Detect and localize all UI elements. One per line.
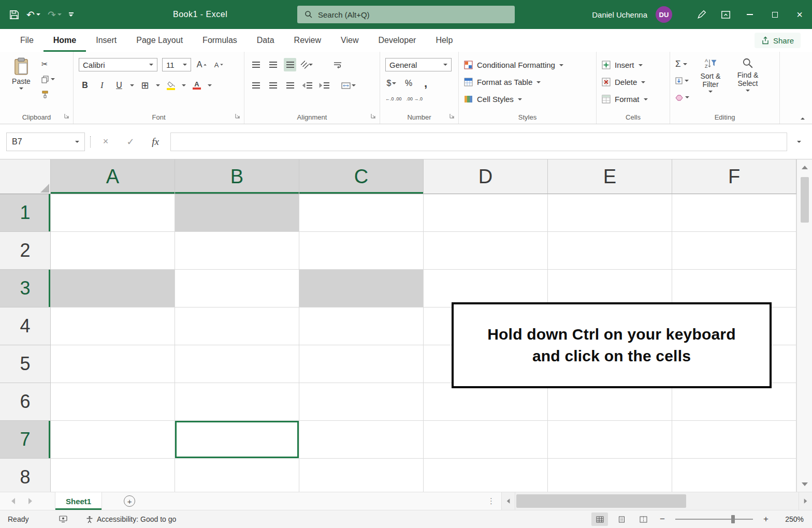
cell-F2[interactable] <box>672 232 796 270</box>
cell-B4[interactable] <box>175 307 299 345</box>
paste-button[interactable]: Paste <box>5 56 37 100</box>
normal-view-button[interactable] <box>591 512 608 526</box>
cell-A6[interactable] <box>51 383 175 421</box>
avatar[interactable]: DU <box>656 6 672 23</box>
underline-button[interactable]: U <box>113 79 125 92</box>
maximize-button[interactable] <box>762 0 787 29</box>
orientation-button[interactable] <box>301 58 313 71</box>
tab-data[interactable]: Data <box>247 29 284 52</box>
row-header-1[interactable]: 1 <box>0 194 51 232</box>
row-header-7[interactable]: 7 <box>0 421 51 459</box>
expand-formula-bar-button[interactable] <box>792 141 806 143</box>
tab-page-layout[interactable]: Page Layout <box>126 29 193 52</box>
previous-sheet-button[interactable] <box>11 498 15 504</box>
conditional-formatting-button[interactable]: Conditional Formatting <box>464 56 591 74</box>
decrease-font-size-button[interactable]: A <box>213 58 225 71</box>
zoom-level[interactable]: 250% <box>777 515 804 523</box>
format-painter-button[interactable] <box>41 88 55 100</box>
font-color-button[interactable]: A <box>191 79 203 92</box>
decrease-indent-button[interactable] <box>301 79 313 92</box>
merge-center-button[interactable] <box>341 79 356 92</box>
wrap-text-button[interactable] <box>331 58 344 71</box>
clear-button[interactable] <box>675 91 689 104</box>
cell-B3[interactable] <box>175 270 299 307</box>
tab-scrollbar-splitter[interactable]: ⋮ <box>482 496 501 506</box>
next-sheet-button[interactable] <box>28 498 32 504</box>
comma-style-button[interactable]: , <box>419 77 432 90</box>
zoom-slider[interactable] <box>675 519 753 520</box>
cell-C2[interactable] <box>299 232 424 270</box>
save-button[interactable] <box>9 10 19 20</box>
cell-D1[interactable] <box>424 194 548 232</box>
cell-B6[interactable] <box>175 383 299 421</box>
top-align-button[interactable] <box>250 58 262 71</box>
user-name[interactable]: Daniel Uchenna <box>592 10 647 19</box>
underline-dropdown-chevron[interactable] <box>130 84 134 86</box>
add-sheet-button[interactable]: + <box>124 495 135 507</box>
cell-styles-button[interactable]: Cell Styles <box>464 91 591 108</box>
page-layout-view-button[interactable] <box>613 512 630 526</box>
row-header-6[interactable]: 6 <box>0 383 51 421</box>
cell-C8[interactable] <box>299 459 424 492</box>
cell-E1[interactable] <box>548 194 672 232</box>
paste-dropdown-chevron[interactable] <box>19 87 23 90</box>
formula-input[interactable] <box>170 133 787 151</box>
close-button[interactable]: × <box>787 0 812 29</box>
column-header-A[interactable]: A <box>51 159 175 194</box>
cell-B7[interactable] <box>175 421 299 459</box>
cell-B5[interactable] <box>175 345 299 383</box>
fill-color-dropdown-chevron[interactable] <box>182 84 186 86</box>
cell-B2[interactable] <box>175 232 299 270</box>
cell-C1[interactable] <box>299 194 424 232</box>
cell-A5[interactable] <box>51 345 175 383</box>
ribbon-display-options-button[interactable] <box>714 0 737 29</box>
cell-F8[interactable] <box>672 459 796 492</box>
confirm-entry-button[interactable]: ✓ <box>121 133 140 151</box>
font-name-select[interactable]: Calibri <box>79 58 157 71</box>
tab-review[interactable]: Review <box>284 29 331 52</box>
align-right-button[interactable] <box>284 79 296 92</box>
row-header-2[interactable]: 2 <box>0 232 51 270</box>
share-button[interactable]: Share <box>755 33 801 48</box>
fill-button[interactable] <box>675 75 689 87</box>
cell-A2[interactable] <box>51 232 175 270</box>
number-format-select[interactable]: General <box>385 58 452 71</box>
borders-button[interactable]: ⊞ <box>139 79 151 92</box>
align-left-button[interactable] <box>250 79 262 92</box>
tab-home[interactable]: Home <box>44 29 86 52</box>
cell-C6[interactable] <box>299 383 424 421</box>
format-as-table-button[interactable]: Format as Table <box>464 74 591 91</box>
cell-E8[interactable] <box>548 459 672 492</box>
cell-A1[interactable] <box>51 194 175 232</box>
alignment-dialog-launcher[interactable] <box>371 111 376 121</box>
cell-A8[interactable] <box>51 459 175 492</box>
customize-qat-button[interactable] <box>69 12 74 17</box>
cell-B8[interactable] <box>175 459 299 492</box>
bottom-align-button[interactable] <box>284 58 296 71</box>
cancel-entry-button[interactable]: × <box>96 133 115 151</box>
name-box-chevron[interactable] <box>75 141 79 143</box>
delete-cells-button[interactable]: Delete <box>602 74 664 91</box>
accounting-format-button[interactable]: $ <box>385 77 398 90</box>
tab-developer[interactable]: Developer <box>368 29 426 52</box>
horizontal-scroll-thumb[interactable] <box>516 494 686 508</box>
cell-A7[interactable] <box>51 421 175 459</box>
cell-E2[interactable] <box>548 232 672 270</box>
bold-button[interactable]: B <box>79 79 91 92</box>
column-header-F[interactable]: F <box>672 159 796 194</box>
cell-D7[interactable] <box>424 421 548 459</box>
formula-bar-resize-handle[interactable] <box>90 136 91 148</box>
column-header-C[interactable]: C <box>299 159 424 194</box>
scroll-up-button[interactable] <box>797 159 812 175</box>
cell-A4[interactable] <box>51 307 175 345</box>
font-size-select[interactable]: 11 <box>162 58 191 71</box>
insert-cells-button[interactable]: Insert <box>602 56 664 74</box>
percent-style-button[interactable]: % <box>402 77 415 90</box>
copy-button[interactable] <box>41 73 55 85</box>
scroll-down-button[interactable] <box>797 476 812 492</box>
decrease-decimal-button[interactable]: .00 →.0 <box>407 92 423 106</box>
column-header-E[interactable]: E <box>548 159 672 194</box>
cut-button[interactable]: ✂ <box>41 58 55 70</box>
clipboard-dialog-launcher[interactable] <box>64 111 69 121</box>
cell-C4[interactable] <box>299 307 424 345</box>
